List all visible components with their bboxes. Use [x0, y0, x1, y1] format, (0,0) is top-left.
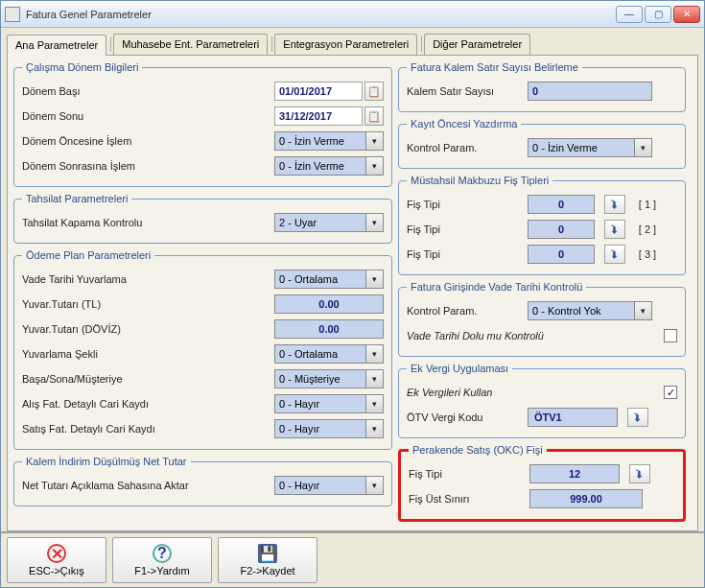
input-fis-tipi-2[interactable] — [528, 220, 595, 239]
label-basa-sona: Başa/Sona/Müşteriye — [22, 373, 269, 385]
f2-save-button[interactable]: 💾 F2->Kaydet — [218, 537, 317, 583]
input-fis-tipi-1[interactable] — [528, 195, 595, 214]
combo-satis-detay[interactable] — [274, 419, 366, 438]
combo-vade-yuvarlama[interactable] — [274, 270, 366, 289]
label-kontrol-param: Kontrol Param. — [407, 142, 522, 153]
legend-tahsilat: Tahsilat Parametreleri — [22, 193, 131, 204]
combo-basa-sona[interactable] — [274, 369, 366, 388]
tab-diger[interactable]: Diğer Parametreler — [424, 34, 530, 55]
f2-label: F2->Kaydet — [240, 565, 294, 576]
input-donem-basi[interactable] — [274, 82, 363, 101]
chevron-down-icon[interactable] — [366, 369, 384, 388]
combo-tahsilat-kapama[interactable] — [274, 213, 366, 232]
chevron-down-icon[interactable] — [366, 476, 384, 495]
legend-fatura-vade: Fatura Girişinde Vade Tarihi Kontrolü — [407, 281, 586, 293]
group-ek-vergi: Ek Vergi Uygulaması Ek Vergileri Kullan … — [398, 363, 686, 438]
window-title: Fatura Genel Parametreler — [26, 9, 616, 20]
legend-ek-vergi: Ek Vergi Uygulaması — [407, 363, 512, 374]
chevron-down-icon[interactable] — [366, 156, 384, 176]
checkbox-ek-vergi-kullan[interactable] — [664, 386, 677, 399]
chevron-down-icon[interactable] — [366, 270, 384, 289]
chevron-down-icon[interactable] — [366, 394, 384, 413]
calendar-icon[interactable] — [364, 82, 384, 101]
label-yuvar-dov: Yuvar.Tutarı (DÖVİZ) — [22, 323, 269, 335]
tab-muhasebe-ent[interactable]: Muhasebe Ent. Parametreleri — [113, 34, 268, 55]
input-donem-sonu[interactable] — [274, 106, 363, 126]
label-ek-vergi-kullan: Ek Vergileri Kullan — [407, 387, 658, 398]
close-button[interactable]: ✕ — [673, 6, 700, 23]
calendar-icon[interactable] — [364, 106, 384, 126]
minimize-button[interactable]: — — [616, 6, 643, 23]
chevron-down-icon[interactable] — [366, 344, 384, 364]
tab-entegrasyon[interactable]: Entegrasyon Parametreleri — [274, 34, 417, 55]
input-fis-tipi-3[interactable] — [528, 245, 595, 264]
suffix-1: [ 1 ] — [631, 199, 664, 210]
label-alis-detay: Alış Fat. Detaylı Cari Kaydı — [22, 398, 269, 410]
input-otv-kodu[interactable] — [528, 408, 618, 427]
input-okc-ust-sinir[interactable] — [529, 489, 643, 508]
app-icon — [5, 7, 20, 22]
label-kontrol-param-2: Kontrol Param. — [407, 305, 522, 317]
group-odeme-plan: Ödeme Plan Parametreleri Vade Tarihi Yuv… — [13, 249, 392, 450]
group-tahsilat: Tahsilat Parametreleri Tahsilat Kapama K… — [13, 193, 392, 244]
legend-odeme-plan: Ödeme Plan Parametreleri — [22, 249, 154, 261]
esc-exit-button[interactable]: ✕ ESC->Çıkış — [7, 537, 106, 583]
picker-icon[interactable]: ⮯ — [604, 245, 625, 264]
footer-toolbar: ✕ ESC->Çıkış ? F1->Yardım 💾 F2->Kaydet — [1, 531, 704, 587]
legend-mustahsil: Müstahsil Makbuzu Fiş Tipleri — [407, 175, 552, 186]
tab-ana-parametreler[interactable]: Ana Parametreler — [7, 35, 106, 56]
label-vade-yuvarlama: Vade Tarihi Yuvarlama — [22, 273, 269, 285]
window-controls: — ▢ ✕ — [616, 6, 700, 23]
tab-bar: Ana Parametreler Muhasebe Ent. Parametre… — [1, 28, 704, 55]
label-vade-dolu: Vade Tarihi Dolu mu Kontrolü — [407, 330, 658, 341]
combo-kayit-kontrol[interactable] — [528, 138, 635, 157]
group-kalem-indirim: Kalem İndirim Düşülmüş Net Tutar Net Tut… — [13, 456, 392, 506]
label-yuvar-tl: Yuvar.Tutarı (TL) — [22, 298, 269, 310]
legend-perakende: Perakende Satış (OKC) Fişi — [409, 444, 547, 456]
chevron-down-icon[interactable] — [366, 419, 384, 438]
picker-icon[interactable]: ⮯ — [627, 408, 648, 427]
picker-icon[interactable]: ⮯ — [604, 195, 625, 214]
combo-alis-detay[interactable] — [274, 394, 366, 413]
combo-vade-kontrol[interactable] — [528, 301, 635, 320]
legend-calisma-donem: Çalışma Dönem Bilgileri — [22, 61, 142, 73]
label-net-aktar: Net Tutarı Açıklama Sahasına Aktar — [22, 480, 269, 491]
label-fis-tipi-2: Fiş Tipi — [407, 223, 522, 235]
maximize-button[interactable]: ▢ — [645, 6, 671, 23]
chevron-down-icon[interactable] — [635, 301, 652, 320]
f1-help-button[interactable]: ? F1->Yardım — [112, 537, 212, 583]
label-fis-tipi-1: Fiş Tipi — [407, 199, 522, 210]
group-fatura-kalem: Fatura Kalem Satır Sayısı Belirleme Kale… — [398, 61, 686, 112]
suffix-2: [ 2 ] — [631, 223, 664, 235]
combo-yuvarlama-sekli[interactable] — [274, 344, 366, 364]
label-donem-sonrasina: Dönem Sonrasına İşlem — [22, 160, 269, 172]
chevron-down-icon[interactable] — [366, 131, 384, 151]
input-yuvar-tl[interactable] — [274, 294, 384, 314]
group-fatura-vade: Fatura Girişinde Vade Tarihi Kontrolü Ko… — [398, 281, 686, 357]
input-okc-fis-tipi[interactable] — [529, 464, 620, 483]
legend-fatura-kalem: Fatura Kalem Satır Sayısı Belirleme — [407, 61, 582, 73]
titlebar: Fatura Genel Parametreler — ▢ ✕ — [1, 1, 704, 28]
legend-kalem-indirim: Kalem İndirim Düşülmüş Net Tutar — [22, 456, 191, 467]
chevron-down-icon[interactable] — [635, 138, 652, 157]
label-otv-kodu: ÖTV Vergi Kodu — [407, 412, 522, 423]
esc-label: ESC->Çıkış — [29, 565, 84, 576]
group-kayit-oncesi: Kayıt Öncesi Yazdırma Kontrol Param. — [398, 118, 686, 169]
label-okc-fis-tipi: Fiş Tipi — [409, 468, 524, 480]
group-mustahsil: Müstahsil Makbuzu Fiş Tipleri Fiş Tipi ⮯… — [398, 175, 686, 275]
combo-donem-sonrasina[interactable] — [274, 156, 366, 176]
group-calisma-donem: Çalışma Dönem Bilgileri Dönem Başı Dönem… — [13, 61, 392, 187]
suffix-3: [ 3 ] — [631, 248, 664, 260]
combo-net-aktar[interactable] — [274, 476, 366, 495]
tab-panel-ana: Çalışma Dönem Bilgileri Dönem Başı Dönem… — [7, 55, 698, 531]
legend-kayit-oncesi: Kayıt Öncesi Yazdırma — [407, 118, 521, 129]
picker-icon[interactable]: ⮯ — [604, 220, 625, 239]
input-kalem-satir[interactable] — [528, 82, 652, 101]
picker-icon[interactable]: ⮯ — [629, 464, 650, 483]
combo-donem-oncesine[interactable] — [274, 131, 366, 151]
label-tahsilat-kapama: Tahsilat Kapama Kontrolu — [22, 217, 269, 228]
input-yuvar-dov[interactable] — [274, 319, 384, 339]
checkbox-vade-dolu[interactable] — [664, 329, 677, 342]
chevron-down-icon[interactable] — [366, 213, 384, 232]
label-okc-ust-sinir: Fiş Üst Sınırı — [409, 493, 524, 505]
